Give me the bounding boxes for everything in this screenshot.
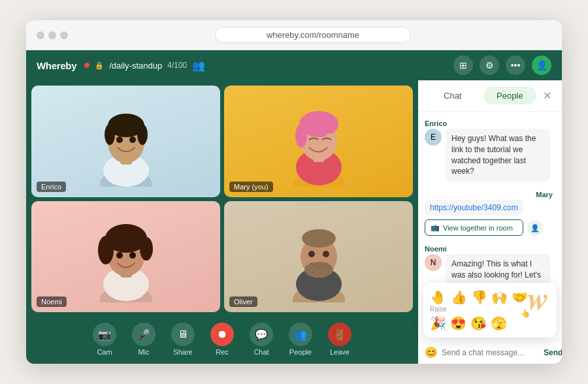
cam-button[interactable]: 📷 Cam (93, 323, 116, 356)
app-logo: Whereby (37, 60, 76, 71)
swirl-right-decoration: 𝒘 (527, 280, 549, 318)
handshake-emoji[interactable]: 🤝 👆 (512, 289, 528, 313)
link-text-mary[interactable]: https://youtube/3409.com (425, 200, 523, 216)
emoji-raise[interactable]: 🤚 Raise (430, 289, 447, 313)
video-area: Enrico (26, 80, 418, 364)
rec-label: Rec (216, 348, 229, 356)
kiss-emoji[interactable]: 😘 (470, 315, 487, 331)
video-label-mary: Mary (you) (229, 182, 273, 192)
people-count-icon: 👥 (192, 59, 205, 72)
people-icon: 👥 (289, 323, 312, 346)
svg-point-24 (136, 236, 146, 246)
mary-action-icon[interactable]: 👤 (527, 220, 543, 236)
person-avatar-noemi (90, 211, 162, 302)
svg-point-31 (302, 229, 336, 248)
party-emoji[interactable]: 🎉 (430, 315, 446, 331)
peeking-emoji[interactable]: 🫣 (491, 315, 507, 331)
svg-point-33 (308, 251, 315, 257)
tile-inner-oliver (224, 201, 413, 313)
tv-icon: 📺 (431, 223, 440, 232)
chat-input-area: 😊 Send (418, 340, 562, 364)
svg-point-32 (304, 262, 333, 278)
mic-button[interactable]: 🎤 Mic (132, 323, 155, 356)
svg-point-26 (129, 252, 136, 259)
link-bubble-mary: https://youtube/3409.com 📺 View together… (425, 200, 523, 236)
tile-inner-enrico (31, 86, 220, 197)
sender-name-enrico: Enrico (425, 120, 555, 127)
message-row-mary: https://youtube/3409.com 📺 View together… (425, 200, 555, 236)
sender-name-mary: Mary (425, 191, 553, 199)
video-label-noemi: Noemi (37, 296, 67, 307)
room-info: 🔒 /daily-standup 4/100 👥 (84, 59, 205, 72)
tile-inner-noemi (31, 201, 220, 313)
browser-dot-yellow (48, 31, 56, 39)
sender-name-noemi: Noemi (425, 245, 555, 253)
browser-window: whereby.com/roomname Whereby 🔒 /daily-st… (26, 20, 562, 364)
svg-point-7 (116, 136, 123, 143)
chat-input[interactable] (442, 348, 540, 357)
message-row-enrico: E Hey guys! What was the link to the tut… (425, 129, 555, 182)
message-row-noemi: N Amazing! This is what I was also looki… (425, 254, 555, 283)
send-button[interactable]: Send (544, 348, 562, 357)
video-label-oliver: Oliver (229, 296, 257, 307)
share-button[interactable]: 🖥 Share (171, 323, 195, 356)
view-together-label: View together in room (443, 224, 513, 232)
svg-point-23 (105, 237, 115, 248)
thumbs-up-emoji[interactable]: 👍 (451, 289, 467, 313)
people-label: People (289, 348, 312, 356)
tile-inner-mary (224, 86, 413, 197)
chat-emoji-icon[interactable]: 😊 (425, 346, 438, 359)
svg-point-5 (105, 124, 115, 145)
tab-people[interactable]: People (483, 87, 537, 104)
browser-url-bar[interactable]: whereby.com/roomname (215, 27, 411, 43)
video-tile-oliver: Oliver (224, 201, 413, 313)
people-button[interactable]: 👥 People (289, 323, 312, 356)
rec-icon: ⏺ (210, 323, 234, 346)
person-avatar-oliver (283, 211, 355, 302)
rec-button[interactable]: ⏺ Rec (210, 323, 234, 356)
heart-eyes-emoji[interactable]: 😍 (450, 315, 466, 331)
raise-emoji[interactable]: 🤚 (430, 289, 446, 305)
leave-button[interactable]: 🚪 Leave (328, 323, 351, 356)
cam-label: Cam (97, 348, 112, 356)
person-avatar-enrico (90, 95, 162, 187)
settings-button[interactable]: ⚙ (480, 56, 499, 75)
video-grid: Enrico (31, 86, 413, 312)
participant-count: 4/100 (167, 61, 187, 70)
app-window: Whereby 🔒 /daily-standup 4/100 👥 ⊞ ⚙ •••… (26, 50, 562, 364)
view-together-button[interactable]: 📺 View together in room (425, 219, 523, 236)
sidebar: Chat People ✕ Enrico E Hey guys! What wa… (418, 80, 562, 364)
thumbs-down-emoji[interactable]: 👎 (471, 289, 487, 313)
message-enrico: Enrico E Hey guys! What was the link to … (425, 120, 555, 182)
room-name: /daily-standup (109, 61, 162, 71)
close-sidebar-button[interactable]: ✕ (540, 89, 554, 102)
cursor-indicator: 👆 (521, 309, 531, 318)
chat-icon: 💬 (250, 323, 273, 346)
svg-point-34 (323, 251, 329, 257)
browser-dot-green (60, 31, 68, 39)
leave-icon: 🚪 (328, 323, 351, 346)
mic-label: Mic (138, 348, 149, 356)
sidebar-header: Chat People ✕ (418, 80, 562, 112)
share-icon: 🖥 (171, 323, 195, 346)
person-button[interactable]: 👤 (532, 56, 551, 75)
chat-button[interactable]: 💬 Chat (250, 323, 273, 356)
video-tile-mary: Mary (you) (224, 86, 413, 197)
screen-share-button[interactable]: ⊞ (453, 56, 473, 75)
svg-point-8 (129, 136, 136, 143)
chat-label: Chat (253, 348, 269, 356)
message-bubble-enrico: Hey guys! What was the link to the tutor… (446, 129, 550, 182)
top-bar: Whereby 🔒 /daily-standup 4/100 👥 ⊞ ⚙ •••… (26, 50, 562, 80)
raise-label: Raise (430, 306, 447, 313)
video-tile-noemi: Noemi (31, 201, 220, 313)
main-content: Enrico (26, 80, 562, 364)
clap-emoji[interactable]: 🙌 (491, 289, 508, 313)
tab-chat[interactable]: Chat (426, 87, 480, 104)
more-options-button[interactable]: ••• (506, 56, 525, 75)
avatar-enrico: E (425, 129, 442, 146)
chat-messages: Enrico E Hey guys! What was the link to … (418, 112, 562, 283)
svg-point-14 (295, 124, 307, 148)
message-mary: Mary https://youtube/3409.com 📺 View tog… (425, 191, 555, 236)
video-label-enrico: Enrico (37, 182, 66, 192)
person-avatar-mary (283, 95, 355, 187)
